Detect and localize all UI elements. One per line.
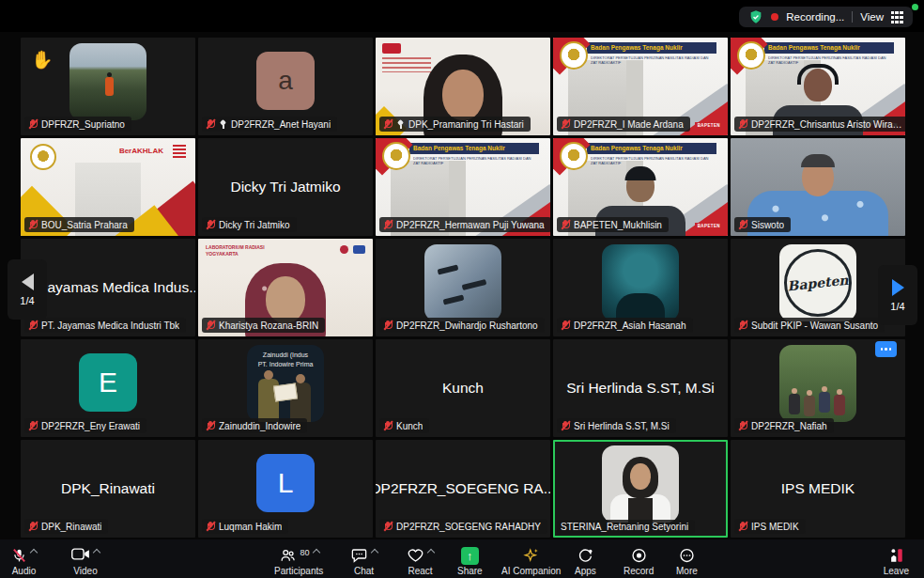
- bapeten-logo: BAPETEN: [695, 223, 723, 229]
- profile-photo: [424, 244, 501, 321]
- gallery-view-icon[interactable]: [891, 11, 903, 23]
- chevron-up-icon[interactable]: [427, 549, 435, 556]
- meeting-toolbar: Audio Video 80 Participants: [0, 539, 924, 578]
- audio-button[interactable]: Audio: [11, 547, 37, 576]
- avatar: L: [256, 454, 315, 512]
- participant-tile[interactable]: DPK_Pramaning Tri Hastari: [376, 38, 550, 135]
- participant-tile[interactable]: ✋ DPFRZR_Supriatno: [21, 38, 195, 135]
- participant-tile-active-speaker[interactable]: STERINA_Retnaning Setyorini: [553, 440, 728, 538]
- recording-dot-icon: [771, 13, 778, 21]
- name-label: DP2FRZR_Asiah Hasanah: [557, 318, 693, 333]
- meeting-status-pill: Recording... View: [739, 7, 913, 27]
- arrow-right-icon[interactable]: [892, 279, 904, 296]
- page-indicator: 1/4: [890, 301, 904, 312]
- top-bar: Recording... View: [0, 0, 924, 32]
- share-button[interactable]: ↑ Share: [457, 547, 483, 576]
- participant-tile[interactable]: Sri Herlinda S.ST, M.Si Sri Herlinda S.S…: [553, 339, 728, 437]
- muted-mic-icon: [206, 420, 215, 431]
- more-button[interactable]: More: [676, 547, 698, 576]
- apps-button[interactable]: Apps: [575, 547, 596, 576]
- recording-status[interactable]: Recording...: [786, 11, 844, 23]
- muted-mic-icon: [28, 420, 38, 431]
- participants-button[interactable]: 80 Participants: [274, 547, 323, 576]
- share-screen-icon: ↑: [461, 547, 479, 565]
- participant-tile[interactable]: a DP2FRZR_Anet Hayani: [198, 38, 373, 135]
- muted-mic-icon: [28, 118, 38, 130]
- camera-icon: [71, 547, 90, 561]
- participant-tile[interactable]: Badan Pengawas Tenaga Nuklir DIREKTORAT …: [553, 38, 728, 135]
- apps-icon: [577, 547, 594, 564]
- participant-tile[interactable]: LABORATORIUM RADIASI YOGYAKARTA Kharisty…: [198, 239, 373, 336]
- name-label: DP2FRZR_Nafiah: [734, 418, 834, 433]
- name-label: Luqman Hakim: [202, 519, 288, 534]
- lab-banner-text: LABORATORIUM RADIASI YOGYAKARTA: [206, 244, 279, 257]
- avatar: E: [79, 353, 137, 412]
- page-indicator: 1/4: [20, 295, 34, 306]
- participant-tile[interactable]: DPK_Rinawati DPK_Rinawati: [21, 440, 195, 538]
- participant-tile[interactable]: DP2FRZR_SOEGENG RA... DP2FRZR_SOEGENG RA…: [376, 440, 550, 538]
- participant-tile[interactable]: DP2FRZR_Asiah Hasanah: [553, 239, 728, 336]
- participant-tile[interactable]: Badan Pengawas Tenaga Nuklir DIREKTORAT …: [731, 38, 905, 135]
- name-label: DPK_Pramaning Tri Hastari: [379, 117, 531, 132]
- name-label: DP2FRZR_SOEGENG RAHADHY: [379, 519, 547, 534]
- muted-mic-icon: [383, 521, 393, 532]
- pin-icon: [219, 119, 227, 130]
- muted-mic-icon: [206, 118, 215, 130]
- garuda-logo: [560, 41, 588, 70]
- participant-tile[interactable]: Badan Pengawas Tenaga Nuklir DIREKTORAT …: [553, 138, 728, 236]
- more-dots-badge[interactable]: [875, 341, 897, 357]
- muted-mic-icon: [383, 320, 393, 331]
- participant-tile[interactable]: L Luqman Hakim: [198, 440, 373, 538]
- profile-photo: [779, 345, 856, 422]
- view-button[interactable]: View: [860, 11, 884, 23]
- next-page-button[interactable]: 1/4: [878, 265, 917, 325]
- participant-tile[interactable]: BerAKHLAK BOU_Satria Prahara: [21, 138, 195, 236]
- react-button[interactable]: React: [407, 547, 434, 576]
- garuda-logo: [382, 142, 410, 170]
- chat-button[interactable]: Chat: [350, 547, 377, 576]
- security-shield-icon[interactable]: [748, 9, 763, 24]
- chevron-up-icon[interactable]: [312, 549, 319, 556]
- arrow-left-icon[interactable]: [22, 273, 34, 290]
- name-label: DP2FRZR_I Made Ardana: [557, 117, 690, 132]
- chevron-up-icon[interactable]: [371, 549, 378, 556]
- name-label: Subdit PKIP - Wawan Susanto: [734, 318, 885, 333]
- muted-mic-icon: [206, 320, 215, 331]
- ai-sparkle-icon: [522, 547, 540, 564]
- mic-muted-icon: [11, 547, 27, 564]
- participant-tile[interactable]: E DP2FRZR_Eny Erawati: [21, 339, 195, 437]
- previous-page-button[interactable]: 1/4: [8, 259, 47, 320]
- muted-mic-icon: [383, 420, 393, 431]
- name-label: DP2FRZR_Dwihardjo Rushartono: [379, 318, 545, 333]
- chevron-up-icon[interactable]: [30, 549, 38, 556]
- participants-count: 80: [300, 548, 310, 557]
- participant-video: [69, 43, 146, 120]
- profile-photo: Bapeten: [779, 244, 856, 321]
- garuda-logo: [560, 142, 588, 170]
- divider: [852, 11, 853, 23]
- berakhlak-logo: BerAKHLAK: [119, 147, 163, 155]
- muted-mic-icon: [561, 118, 570, 130]
- muted-mic-icon: [738, 521, 747, 532]
- participant-tile[interactable]: Badan Pengawas Tenaga Nuklir DIREKTORAT …: [376, 138, 550, 236]
- participant-tile[interactable]: DP2FRZR_Dwihardjo Rushartono: [376, 239, 550, 336]
- participant-tile[interactable]: Siswoto: [731, 138, 905, 236]
- name-label: Kunch: [379, 418, 429, 433]
- record-button[interactable]: Record: [624, 547, 654, 576]
- ai-companion-button[interactable]: AI Companion: [501, 547, 561, 576]
- video-button[interactable]: Video: [71, 547, 100, 576]
- brin-logo: [340, 245, 348, 254]
- participant-tile[interactable]: IPS MEDIK IPS MEDIK: [731, 440, 905, 538]
- name-label: STERINA_Retnaning Setyorini: [557, 520, 695, 534]
- leave-door-icon: [886, 547, 905, 564]
- muted-mic-icon: [28, 219, 38, 230]
- participant-tile[interactable]: Dicky Tri Jatmiko Dicky Tri Jatmiko: [198, 138, 373, 236]
- leave-button[interactable]: Leave: [884, 547, 909, 576]
- more-icon: [678, 547, 696, 564]
- muted-mic-icon: [561, 219, 570, 230]
- participant-tile[interactable]: Kunch Kunch: [376, 339, 550, 437]
- chevron-up-icon[interactable]: [93, 549, 100, 556]
- participant-tile[interactable]: Zainuddi (Indus PT. Indowire Prima Zainu…: [198, 339, 373, 437]
- muted-mic-icon: [28, 320, 38, 331]
- muted-mic-icon: [738, 420, 747, 431]
